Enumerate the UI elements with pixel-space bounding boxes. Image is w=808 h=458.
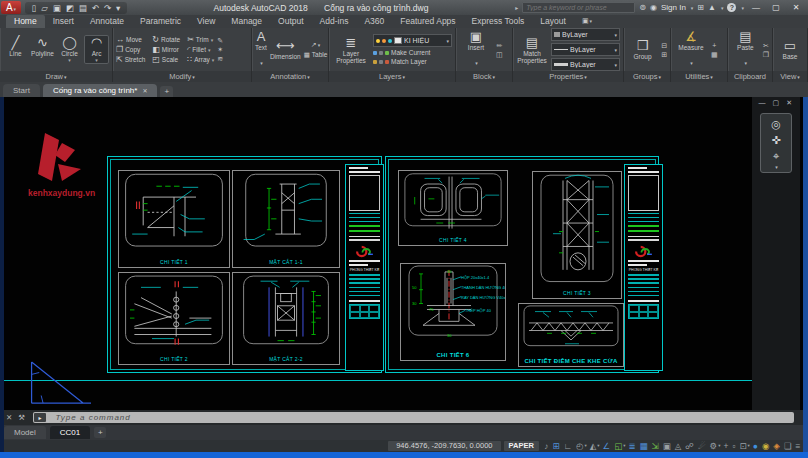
stretch-tool[interactable]: ⇱Stretch [116,55,147,64]
command-close-icon[interactable]: ✕ [6,413,12,422]
grid-icon[interactable]: ⊞ [553,441,561,451]
close-button[interactable]: ✕ [788,3,804,12]
panel-label-draw[interactable]: Draw [0,71,112,82]
annotation-autoscale-icon[interactable]: ☄ [698,441,707,451]
layout-tab-cc01[interactable]: CC01 [50,426,90,439]
workspace-switching-icon[interactable]: ⊡▾ [739,441,749,451]
drawing-restore-icon[interactable]: ▢ [773,99,780,107]
panel-label-clipboard[interactable]: Clipboard [728,71,772,82]
block-edit-icon[interactable]: ✏ [496,42,502,49]
layer-properties-tool[interactable]: ≣ Layer Properties [332,36,370,64]
save-icon[interactable]: ▣ [53,2,61,14]
match-properties-tool[interactable]: ▤ Match Properties [516,36,548,64]
panel-label-layers[interactable]: Layers [329,71,455,82]
osnap-icon[interactable]: ◱▾ [614,441,625,451]
ribbon-display-toggle[interactable]: ▣ [582,14,592,28]
navigation-wheel-icon[interactable]: ◎ [771,116,781,132]
cut-icon[interactable]: ✂ [763,42,769,49]
circle-tool[interactable]: ◯Circle▾ [57,35,82,64]
make-current-tool[interactable]: Make Current [373,49,452,56]
plot-icon[interactable]: ▤ [79,2,87,14]
polar-tracking-icon[interactable]: ◴▾ [576,441,587,451]
customization-icon[interactable]: ≡ [796,441,802,451]
measure-tool[interactable]: ∡ Measure [674,30,708,69]
hardware-acceleration-icon[interactable]: ● [753,441,759,451]
ribbon-tab[interactable]: Parametric [132,15,189,28]
ribbon-tab[interactable]: Add-ins [312,15,357,28]
ribbon-tab[interactable]: A360 [356,15,392,28]
ribbon-tab[interactable]: View [189,15,223,28]
zoom-icon[interactable]: ⌖ [773,148,779,164]
help-dropdown-icon[interactable] [740,3,744,12]
panel-label-utilities[interactable]: Utilities [671,71,727,82]
dynamic-ucs-icon[interactable]: ◬ [675,441,683,451]
offset-tool-icon[interactable]: ≋ [217,55,223,62]
scale-tool[interactable]: ◰Scale [152,55,182,64]
layer-select[interactable]: KI HIỆU [373,34,452,47]
ribbon-tab[interactable]: Output [270,15,312,28]
ribbon-tab[interactable]: Express Tools [464,15,533,28]
file-tab-document[interactable]: Cống ra vào công trình* [43,84,158,97]
command-dropdown-icon[interactable] [46,412,50,423]
lock-ui-icon[interactable]: ◈ [773,441,781,451]
sign-in-dropdown-icon[interactable] [690,3,694,12]
pan-icon[interactable]: ✜ [771,132,780,148]
panel-label-view[interactable]: View [773,71,807,82]
id-point-icon[interactable]: + [712,42,716,49]
infocenter-collapse-icon[interactable] [515,3,518,12]
ortho-icon[interactable]: ∟ [564,441,573,451]
open-file-icon[interactable]: ▱ [41,2,48,14]
linetype-select[interactable]: ByLayer [551,43,620,56]
tab-close-icon[interactable] [142,84,147,98]
app-store-icon[interactable]: ⊞ [697,3,704,12]
polyline-tool[interactable]: ∿Polyline [30,35,55,64]
transparency-icon[interactable]: ▦ [640,441,649,451]
panel-label-annotation[interactable]: Annotation [252,71,328,82]
panel-label-properties[interactable]: Properties [513,71,623,82]
navbar-dropdown-icon[interactable] [774,164,778,170]
fillet-tool[interactable]: ◜Fillet▾ [187,45,214,54]
copy-tool[interactable]: ❐Copy [116,45,147,54]
group-edit-icon[interactable]: ⊞ [661,51,667,58]
new-file-icon[interactable]: ▯ [32,2,37,14]
new-drawing-tab-button[interactable]: + [160,86,173,97]
annotation-monitor-icon[interactable]: + [723,441,729,451]
drawing-close-icon[interactable]: ✕ [786,99,792,107]
ribbon-tab[interactable]: Annotate [82,15,132,28]
command-customize-icon[interactable]: ⚒ [18,413,25,422]
define-attributes-icon[interactable]: ◫ [496,51,503,58]
ribbon-tab[interactable]: Insert [45,15,82,28]
a360-icon[interactable]: ▲ [708,3,716,12]
panel-label-block[interactable]: Block [456,71,512,82]
quick-calculator-icon[interactable]: ▦ [711,51,718,58]
snap-mode-icon[interactable]: ♪ [544,441,549,451]
command-input[interactable]: ▸ Type a command [33,412,794,423]
a360-dropdown-icon[interactable] [720,3,724,12]
qat-menu-icon[interactable]: ▾ [116,2,120,14]
lineweight-icon[interactable]: ≣ [628,441,636,451]
redo-icon[interactable]: ↷ [104,2,111,14]
match-layer-tool[interactable]: Match Layer [373,58,452,65]
quick-properties-icon[interactable]: ▫ [732,441,736,451]
osnap-tracking-icon[interactable]: ∠ [603,441,612,451]
copy-clip-icon[interactable]: ❐ [763,51,769,58]
3d-osnap-icon[interactable]: ▣ [663,441,672,451]
help-icon[interactable]: ? [727,3,736,12]
panel-label-groups[interactable]: Groups [624,71,670,82]
clean-screen-icon[interactable]: ❏ [784,441,793,451]
arc-tool[interactable]: ◠Arc▾ [84,35,109,64]
panel-label-modify[interactable]: Modify [113,71,251,82]
line-tool[interactable]: ╱Line [3,35,28,64]
move-tool[interactable]: ↔Move [116,35,147,44]
array-tool[interactable]: ∷Array▾ [187,55,214,64]
sign-in-button[interactable]: Sign In [661,3,686,12]
ribbon-tab[interactable]: Featured Apps [392,15,463,28]
ribbon-tab[interactable]: Layout [532,15,574,28]
recent-commands-icon[interactable]: ▸ [34,413,46,422]
leader-tool[interactable]: ↗ [311,41,320,49]
erase-tool-icon[interactable]: ✎ [217,37,223,44]
ungroup-icon[interactable]: ⊟ [661,42,667,49]
explode-tool-icon[interactable]: ✶ [217,46,223,53]
selection-cycling-icon[interactable]: ⇲ [652,441,660,451]
ribbon-tab[interactable]: Manage [223,15,270,28]
